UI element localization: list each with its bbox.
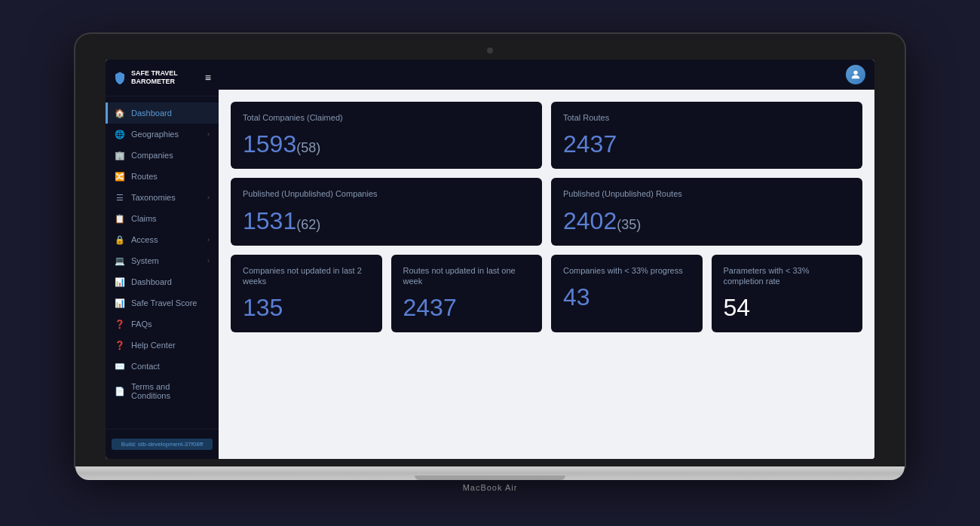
stat-sub-value: (58) [296, 140, 320, 155]
safe-travel-score-icon: 📊 [115, 298, 125, 308]
sidebar-item-claims[interactable]: 📋Claims [106, 208, 219, 229]
sidebar-label-routes: Routes [131, 172, 158, 181]
sidebar-label-companies: Companies [131, 151, 173, 160]
camera [487, 47, 493, 54]
sidebar-label-help-center: Help Center [131, 341, 176, 350]
stats-row1: Total Companies (Claimed) 1593(58) Total… [231, 102, 862, 169]
screen: Safe Travel Barometer ≡ 🏠Dashboard🌐Geogr… [106, 60, 874, 459]
laptop-base [75, 466, 905, 480]
claims-icon: 📋 [115, 213, 125, 224]
access-icon: 🔒 [115, 234, 125, 245]
sidebar-item-routes[interactable]: 🔀Routes [106, 166, 219, 187]
stat-card-not-updated-companies: Companies not updated in last 2 weeks 13… [231, 255, 382, 333]
hamburger-icon[interactable]: ≡ [205, 72, 211, 84]
main-with-header: Total Companies (Claimed) 1593(58) Total… [219, 60, 874, 459]
stat-label-not-updated-rt: Routes not updated in last one week [403, 265, 531, 287]
laptop-frame: Safe Travel Barometer ≡ 🏠Dashboard🌐Geogr… [75, 34, 905, 492]
faqs-icon: ❓ [115, 319, 125, 329]
sidebar-footer: Build: stb-development-37f08ff [106, 429, 219, 459]
sidebar-item-help-center[interactable]: ❓Help Center [106, 335, 219, 356]
sidebar-item-faqs[interactable]: ❓FAQs [106, 313, 219, 335]
laptop-label: MacBook Air [75, 483, 905, 492]
sidebar-item-taxonomies[interactable]: ☰Taxonomies› [106, 187, 219, 208]
stat-main-value: 54 [724, 294, 751, 321]
stat-value-total-routes: 2437 [563, 130, 850, 158]
contact-icon: ✉️ [115, 361, 125, 372]
stat-label-total-companies: Total Companies (Claimed) [243, 112, 530, 123]
logo-text: Safe Travel Barometer [131, 69, 201, 86]
stat-value-not-updated-co: 135 [243, 294, 370, 322]
terms-icon: 📄 [115, 386, 125, 396]
stat-label-pub-companies: Published (Unpublished) Companies [243, 188, 530, 199]
stat-value-not-updated-rt: 2437 [403, 294, 531, 322]
chevron-icon-geographies: › [207, 130, 210, 138]
sidebar-nav: 🏠Dashboard🌐Geographies›🏢Companies🔀Routes… [106, 96, 219, 429]
sidebar-label-terms: Terms and Conditions [131, 382, 210, 400]
stat-main-value: 2437 [563, 130, 617, 157]
chevron-icon-taxonomies: › [207, 194, 210, 201]
stats-row2: Published (Unpublished) Companies 1531(6… [231, 178, 862, 245]
companies-icon: 🏢 [115, 150, 125, 161]
sidebar-item-system[interactable]: 💻System› [106, 250, 219, 271]
dashboard-icon: 🏠 [115, 108, 125, 118]
sidebar-label-taxonomies: Taxonomies [131, 193, 176, 202]
stat-main-value: 2402 [563, 207, 617, 234]
stat-value-pub-routes: 2402(35) [563, 207, 850, 235]
stat-main-value: 43 [563, 283, 590, 310]
geographies-icon: 🌐 [115, 129, 125, 139]
sidebar-item-contact[interactable]: ✉️Contact [106, 356, 219, 377]
stat-label-total-routes: Total Routes [563, 112, 850, 123]
stats-row3: Companies not updated in last 2 weeks 13… [231, 255, 862, 333]
stat-card-published-routes: Published (Unpublished) Routes 2402(35) [551, 178, 862, 245]
sidebar-label-contact: Contact [131, 362, 160, 371]
sidebar: Safe Travel Barometer ≡ 🏠Dashboard🌐Geogr… [106, 60, 219, 459]
sidebar-item-safe-travel-score[interactable]: 📊Safe Travel Score [106, 292, 219, 313]
logo-icon [113, 69, 127, 87]
sidebar-label-geographies: Geographies [131, 130, 179, 139]
avatar[interactable] [846, 65, 865, 84]
dashboard2-icon: 📊 [115, 277, 125, 287]
stat-main-value: 2437 [403, 294, 457, 321]
taxonomies-icon: ☰ [115, 192, 125, 203]
sidebar-item-dashboard2[interactable]: 📊Dashboard [106, 271, 219, 292]
stat-value-total-companies: 1593(58) [243, 130, 530, 158]
stat-label-pub-routes: Published (Unpublished) Routes [563, 188, 850, 199]
content-area: Total Companies (Claimed) 1593(58) Total… [219, 90, 874, 459]
stat-label-completion: Parameters with < 33% completion rate [724, 265, 851, 287]
sidebar-label-system: System [131, 256, 159, 265]
sidebar-item-dashboard[interactable]: 🏠Dashboard [106, 102, 219, 124]
sidebar-label-dashboard2: Dashboard [131, 277, 172, 286]
svg-point-0 [853, 71, 857, 75]
sidebar-label-dashboard: Dashboard [131, 109, 172, 118]
sidebar-label-faqs: FAQs [131, 320, 152, 329]
screen-bezel: Safe Travel Barometer ≡ 🏠Dashboard🌐Geogr… [75, 34, 905, 466]
stat-card-progress: Companies with < 33% progress 43 [551, 255, 703, 333]
stat-main-value: 1593 [243, 130, 296, 157]
stat-value-completion: 54 [724, 294, 851, 322]
stat-main-value: 135 [243, 294, 283, 321]
stat-value-progress: 43 [563, 283, 691, 311]
stat-card-not-updated-routes: Routes not updated in last one week 2437 [391, 255, 543, 333]
screen-inner: Safe Travel Barometer ≡ 🏠Dashboard🌐Geogr… [106, 60, 874, 459]
stat-value-pub-companies: 1531(62) [243, 207, 530, 235]
header-bar [219, 60, 874, 90]
stat-sub-value: (35) [617, 217, 641, 232]
stat-sub-value: (62) [296, 217, 320, 232]
stat-card-published-companies: Published (Unpublished) Companies 1531(6… [231, 178, 542, 245]
sidebar-item-access[interactable]: 🔒Access› [106, 229, 219, 250]
stat-main-value: 1531 [243, 207, 296, 234]
help-center-icon: ❓ [115, 340, 125, 350]
sidebar-item-geographies[interactable]: 🌐Geographies› [106, 124, 219, 145]
routes-icon: 🔀 [115, 171, 125, 182]
stat-card-total-companies: Total Companies (Claimed) 1593(58) [231, 102, 542, 169]
stat-card-completion: Parameters with < 33% completion rate 54 [712, 255, 863, 333]
sidebar-item-companies[interactable]: 🏢Companies [106, 145, 219, 166]
sidebar-label-access: Access [131, 235, 158, 244]
sidebar-item-terms[interactable]: 📄Terms and Conditions [106, 377, 219, 405]
stat-card-total-routes: Total Routes 2437 [551, 102, 862, 169]
chevron-icon-system: › [207, 257, 210, 265]
sidebar-logo: Safe Travel Barometer ≡ [106, 60, 219, 96]
stat-label-progress: Companies with < 33% progress [563, 265, 691, 276]
sidebar-label-safe-travel-score: Safe Travel Score [131, 298, 197, 307]
sidebar-label-claims: Claims [131, 214, 157, 223]
